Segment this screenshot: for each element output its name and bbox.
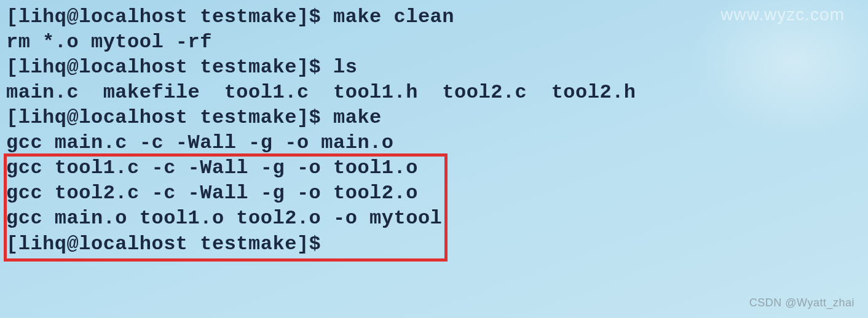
terminal-line-active[interactable]: [lihq@localhost testmake]$ — [6, 231, 862, 257]
watermark-bottom-text: CSDN @Wyatt_zhai — [749, 297, 854, 309]
terminal-line-3: [lihq@localhost testmake]$ make — [6, 106, 862, 131]
shell-prompt: [lihq@localhost testmake]$ — [6, 56, 321, 79]
command-text: make — [333, 106, 382, 129]
terminal-output-gcc-main: gcc main.c -c -Wall -g -o main.o — [6, 131, 862, 156]
command-text: ls — [333, 56, 357, 79]
terminal-output-gcc-link: gcc main.o tool1.o tool2.o -o mytool — [6, 206, 862, 231]
terminal-output-gcc-tool1: gcc tool1.c -c -Wall -g -o tool1.o — [6, 156, 862, 181]
watermark-top-text: www.wyzc.com — [720, 5, 845, 25]
shell-prompt: [lihq@localhost testmake]$ — [6, 6, 321, 28]
terminal-line-2: [lihq@localhost testmake]$ ls — [6, 55, 862, 80]
terminal-output-ls: main.c makefile tool1.c tool1.h tool2.c … — [6, 80, 862, 106]
terminal-output-gcc-tool2: gcc tool2.c -c -Wall -g -o tool2.o — [6, 181, 862, 206]
command-text: make clean — [333, 6, 454, 28]
shell-prompt: [lihq@localhost testmake]$ — [6, 106, 321, 129]
shell-prompt: [lihq@localhost testmake]$ — [6, 233, 321, 255]
terminal-output-rm: rm *.o mytool -rf — [6, 30, 862, 55]
